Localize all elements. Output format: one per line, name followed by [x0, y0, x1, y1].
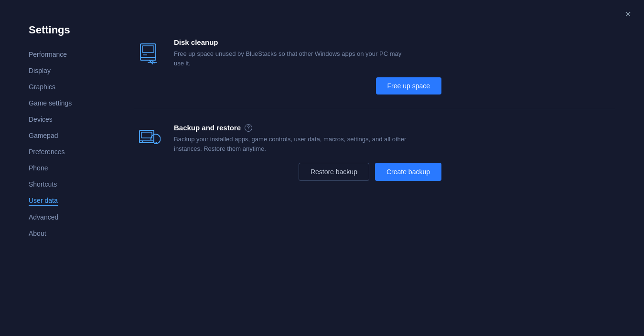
create-backup-button[interactable]: Create backup: [375, 163, 441, 181]
disk-cleanup-title-text: Disk cleanup: [174, 38, 218, 46]
settings-window: ✕ Settings Performance Display Graphics …: [0, 0, 644, 336]
backup-restore-title: Backup and restore ?: [174, 124, 615, 132]
backup-restore-icon: [134, 124, 162, 152]
restore-backup-button[interactable]: Restore backup: [299, 163, 369, 181]
disk-cleanup-actions: Free up space: [174, 77, 441, 94]
svg-rect-2: [140, 57, 156, 60]
sidebar: Settings Performance Display Graphics Ga…: [0, 19, 105, 336]
free-up-space-button[interactable]: Free up space: [376, 77, 442, 94]
backup-restore-section: Backup and restore ? Backup your install…: [134, 109, 615, 195]
disk-cleanup-section: Disk cleanup Free up space unused by Blu…: [134, 24, 615, 109]
sidebar-item-shortcuts[interactable]: Shortcuts: [29, 179, 105, 189]
disk-cleanup-desc: Free up space unused by BlueStacks so th…: [174, 49, 413, 68]
backup-restore-actions: Restore backup Create backup: [174, 163, 441, 181]
disk-cleanup-icon: [134, 38, 162, 67]
sidebar-item-preferences[interactable]: Preferences: [29, 147, 105, 157]
backup-restore-body: Backup and restore ? Backup your install…: [174, 124, 615, 181]
sidebar-item-display[interactable]: Display: [29, 66, 105, 75]
disk-cleanup-body: Disk cleanup Free up space unused by Blu…: [174, 38, 615, 94]
sidebar-item-gamepad[interactable]: Gamepad: [29, 131, 105, 140]
sidebar-item-devices[interactable]: Devices: [29, 115, 105, 124]
sidebar-item-graphics[interactable]: Graphics: [29, 82, 105, 92]
close-button[interactable]: ✕: [622, 9, 633, 20]
svg-rect-8: [141, 132, 152, 138]
sidebar-item-about[interactable]: About: [29, 229, 105, 238]
disk-cleanup-title: Disk cleanup: [174, 38, 615, 46]
content-area: Settings Performance Display Graphics Ga…: [0, 0, 644, 336]
main-content: Disk cleanup Free up space unused by Blu…: [105, 19, 644, 336]
sidebar-item-advanced[interactable]: Advanced: [29, 212, 105, 222]
backup-restore-desc: Backup your installed apps, game control…: [174, 135, 413, 153]
sidebar-item-performance[interactable]: Performance: [29, 50, 105, 59]
backup-help-icon[interactable]: ?: [245, 124, 252, 132]
sidebar-item-user-data[interactable]: User data: [29, 196, 58, 206]
settings-title: Settings: [29, 24, 105, 36]
sidebar-item-game-settings[interactable]: Game settings: [29, 98, 105, 108]
svg-rect-1: [142, 46, 154, 52]
sidebar-item-phone[interactable]: Phone: [29, 163, 105, 173]
backup-restore-title-text: Backup and restore: [174, 124, 241, 132]
svg-rect-9: [140, 141, 154, 143]
svg-point-10: [142, 141, 143, 142]
